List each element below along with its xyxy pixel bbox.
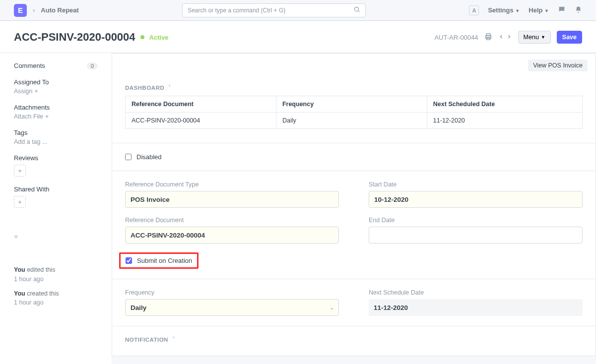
sidebar-attachments-label: Attachments (14, 104, 98, 111)
search-input-wrap[interactable] (182, 3, 366, 17)
sidebar-reviews-label: Reviews (14, 154, 98, 162)
table-cell: 11-12-2020 (427, 113, 582, 129)
dashboard-table: Reference Document Frequency Next Schedu… (125, 96, 583, 129)
menu-button[interactable]: Menu▼ (518, 31, 551, 44)
table-header: Frequency (276, 96, 427, 113)
chevron-right-icon: › (33, 6, 35, 14)
caret-down-icon: ▼ (515, 8, 520, 13)
table-row: ACC-PSINV-2020-00004 Daily 11-12-2020 (126, 113, 583, 129)
save-button[interactable]: Save (557, 31, 582, 44)
ref-doc-input[interactable] (125, 227, 339, 243)
view-pos-invoice-button[interactable]: View POS Invoice (528, 60, 588, 71)
svg-point-0 (355, 7, 359, 11)
frequency-select[interactable] (125, 299, 339, 316)
plus-icon: + (45, 113, 49, 120)
add-tag-link[interactable]: Add a tag ... (14, 138, 98, 145)
sidebar-tags-label: Tags (14, 129, 98, 136)
add-review-button[interactable]: + (14, 165, 26, 177)
chat-icon[interactable] (558, 5, 566, 15)
assign-link[interactable]: Assign+ (14, 88, 98, 95)
table-cell: Daily (276, 113, 427, 129)
end-date-input[interactable] (369, 227, 583, 243)
next-icon[interactable] (506, 34, 512, 41)
activity-edited: You edited this 1 hour ago (14, 265, 98, 284)
svg-line-1 (358, 11, 360, 12)
page-title: ACC-PSINV-2020-00004 (14, 31, 135, 44)
dashboard-heading[interactable]: DASHBOARD ˄ (125, 77, 583, 96)
status-dot-icon (140, 35, 144, 39)
bell-icon[interactable] (575, 6, 582, 15)
chevron-down-icon: ˅ (172, 336, 176, 343)
ref-doc-label: Reference Document (125, 217, 339, 224)
breadcrumb[interactable]: Auto Repeat (41, 6, 79, 14)
end-date-label: End Date (369, 217, 583, 224)
sidebar-comments-label[interactable]: Comments (14, 62, 45, 69)
frequency-label: Frequency (125, 289, 339, 296)
table-header: Next Scheduled Date (427, 96, 582, 113)
next-schedule-input (369, 299, 583, 316)
search-icon (353, 6, 360, 14)
avatar[interactable]: A (469, 5, 479, 15)
start-date-input[interactable] (369, 191, 583, 208)
table-header: Reference Document (126, 96, 276, 113)
status-badge: Active (149, 34, 169, 41)
disabled-checkbox[interactable] (125, 154, 132, 160)
prev-icon[interactable] (498, 34, 504, 41)
disabled-label: Disabled (136, 153, 162, 161)
attach-file-link[interactable]: Attach File+ (14, 113, 98, 120)
toolbar-id: AUT-AR-00044 (434, 34, 478, 41)
settings-menu[interactable]: Settings ▼ (488, 6, 520, 14)
print-icon[interactable] (484, 33, 492, 42)
ref-doc-type-label: Reference Document Type (125, 181, 339, 188)
caret-down-icon: ▼ (541, 35, 545, 40)
start-date-label: Start Date (369, 181, 583, 188)
submit-on-creation-highlight: Submit on Creation (119, 252, 199, 269)
activity-created: You created this 1 hour ago (14, 289, 98, 308)
add-share-button[interactable]: + (14, 196, 26, 208)
plus-icon: + (35, 88, 38, 95)
chevron-up-icon: ˄ (168, 84, 172, 91)
search-input[interactable] (188, 7, 353, 14)
submit-on-creation-checkbox[interactable] (126, 257, 132, 264)
caret-down-icon: ▼ (544, 8, 549, 13)
heart-icon[interactable]: ♥ (14, 233, 18, 241)
submit-on-creation-label: Submit on Creation (137, 257, 192, 264)
ref-doc-type-input[interactable] (125, 191, 339, 208)
app-logo[interactable]: E (14, 4, 27, 17)
comments-count: 0 (87, 62, 98, 69)
next-schedule-label: Next Schedule Date (369, 289, 583, 296)
sidebar-assigned-label: Assigned To (14, 78, 98, 86)
notification-heading[interactable]: NOTIFICATION ˅ (125, 336, 583, 343)
table-cell[interactable]: ACC-PSINV-2020-00004 (126, 113, 276, 129)
sidebar-shared-label: Shared With (14, 185, 98, 193)
help-menu[interactable]: Help ▼ (529, 6, 549, 14)
